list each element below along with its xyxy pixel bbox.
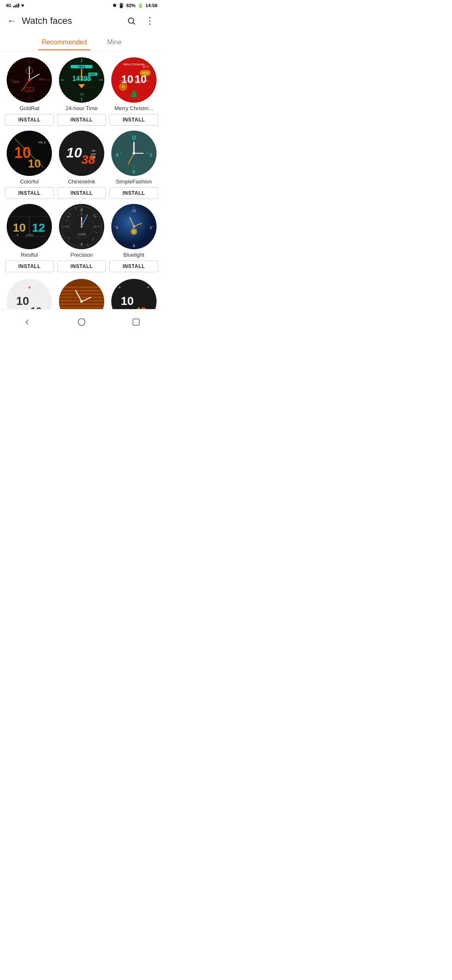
watch-face-christmas[interactable]: Merry Christmas 10 10 MON 10 75 🌲 32°C bbox=[111, 57, 157, 103]
svg-point-143 bbox=[78, 319, 85, 326]
back-nav-button[interactable] bbox=[19, 314, 36, 330]
svg-text:3: 3 bbox=[149, 153, 152, 157]
status-left: 4G ♥ bbox=[6, 3, 24, 8]
page-title: Watch faces bbox=[22, 15, 124, 26]
bottom-nav bbox=[0, 309, 163, 336]
svg-point-138 bbox=[147, 286, 149, 288]
install-button-24hour[interactable]: INSTALL bbox=[57, 114, 106, 126]
watch-item-simplefashion: 12 3 6 9 SimpleFashion bbox=[109, 131, 158, 199]
svg-text:75: 75 bbox=[80, 93, 84, 96]
install-button-bluelight[interactable]: INSTALL bbox=[109, 260, 158, 272]
status-right: ✱ 📳 82% 🔋 14:58 bbox=[113, 3, 157, 8]
svg-point-135 bbox=[80, 300, 83, 303]
svg-text:AM: AM bbox=[91, 150, 95, 152]
watch-item-restful: 10 12 14398 ♥ Restful INSTALL bbox=[5, 204, 54, 272]
watch-name-simplefashion: SimpleFashion bbox=[116, 178, 152, 185]
install-button-chineseink[interactable]: INSTALL bbox=[57, 187, 106, 199]
svg-text:32°C: 32°C bbox=[142, 65, 149, 68]
svg-text:10: 10 bbox=[28, 157, 41, 170]
watch-item-24hour: FRI 6 14398 85% 75 24-hour Time INSTALL bbox=[57, 57, 106, 126]
watch-name-24hour: 24-hour Time bbox=[66, 105, 98, 111]
svg-text:20: 20 bbox=[94, 215, 97, 218]
watch-face-colorful[interactable]: 10 10 FRI 6 bbox=[7, 131, 52, 176]
svg-text:12: 12 bbox=[131, 135, 136, 140]
svg-text:FRI: FRI bbox=[91, 156, 95, 159]
watch-face-24hour[interactable]: FRI 6 14398 85% 75 bbox=[59, 57, 104, 103]
header: ← Watch faces ⋮ bbox=[0, 10, 163, 32]
svg-text:28: 28 bbox=[139, 224, 142, 227]
watch-item-chineseink: 10 38 AM 6/18 FRI ChineseInk INSTALL bbox=[57, 131, 106, 199]
svg-text:♥: ♥ bbox=[17, 233, 19, 237]
watch-item-christmas: Merry Christmas 10 10 MON 10 75 🌲 32°C bbox=[109, 57, 158, 126]
watch-face-simplefashion[interactable]: 12 3 6 9 bbox=[111, 131, 157, 176]
svg-point-0 bbox=[128, 18, 134, 23]
svg-text:6: 6 bbox=[133, 170, 135, 174]
watch-face-chineseink[interactable]: 10 38 AM 6/18 FRI bbox=[59, 131, 104, 176]
svg-point-113 bbox=[132, 230, 136, 234]
svg-text:85%: 85% bbox=[90, 73, 96, 75]
watch-item-precision: 55 0 5 15 30 45 10 20 14398 Precision bbox=[57, 204, 106, 272]
back-button[interactable]: ← bbox=[4, 13, 19, 28]
watch-name-restful: Restful bbox=[21, 252, 38, 258]
svg-text:FRI 6: FRI 6 bbox=[39, 141, 46, 144]
status-bar: 4G ♥ ✱ 📳 82% 🔋 14:58 bbox=[0, 0, 163, 10]
watch-face-precision[interactable]: 55 0 5 15 30 45 10 20 14398 bbox=[59, 204, 104, 249]
signal-bars bbox=[13, 3, 19, 8]
recent-nav-button[interactable] bbox=[128, 314, 144, 330]
svg-text:25: 25 bbox=[28, 88, 31, 91]
svg-text:14398: 14398 bbox=[77, 233, 86, 236]
tab-recommended[interactable]: Recommended bbox=[38, 35, 90, 50]
clock: 14:58 bbox=[146, 3, 157, 8]
watch-item-bottom1: 10 10 ❀ bbox=[5, 279, 54, 309]
install-button-christmas[interactable]: INSTALL bbox=[109, 114, 158, 126]
svg-line-1 bbox=[133, 23, 135, 24]
bluetooth-icon: ✱ bbox=[113, 3, 116, 8]
heart-icon: ♥ bbox=[21, 3, 24, 8]
svg-text:14398: 14398 bbox=[26, 234, 34, 237]
svg-point-102 bbox=[81, 226, 82, 227]
install-button-simplefashion[interactable]: INSTALL bbox=[109, 187, 158, 199]
svg-text:30: 30 bbox=[80, 243, 83, 245]
watch-item-bottom2 bbox=[57, 279, 106, 309]
install-button-restful[interactable]: INSTALL bbox=[5, 260, 54, 272]
svg-text:10: 10 bbox=[121, 294, 134, 307]
watch-face-restful[interactable]: 10 12 14398 ♥ bbox=[7, 204, 52, 249]
svg-text:❀: ❀ bbox=[28, 286, 31, 289]
watch-face-bluelight[interactable]: 12 3 6 9 28 bbox=[111, 204, 157, 249]
svg-text:10: 10 bbox=[31, 305, 42, 309]
partial-row: 10 10 ❀ bbox=[0, 279, 163, 309]
install-button-precision[interactable]: INSTALL bbox=[57, 260, 106, 272]
svg-text:15: 15 bbox=[94, 225, 97, 228]
install-button-colorful[interactable]: INSTALL bbox=[5, 187, 54, 199]
search-button[interactable] bbox=[124, 13, 139, 28]
tab-mine[interactable]: Mine bbox=[104, 35, 125, 50]
svg-text:75: 75 bbox=[121, 85, 125, 88]
svg-point-65 bbox=[133, 152, 135, 155]
watch-name-chineseink: ChineseInk bbox=[68, 178, 95, 185]
svg-text:42: 42 bbox=[135, 305, 146, 309]
watch-name-christmas: Merry Christm... bbox=[114, 105, 153, 111]
svg-text:6: 6 bbox=[133, 244, 135, 248]
watch-item-goldrat: 7645 80% 25 GoldRat INSTALL bbox=[5, 57, 54, 126]
svg-text:Merry Christmas: Merry Christmas bbox=[123, 63, 145, 66]
svg-text:12: 12 bbox=[32, 221, 45, 234]
watch-name-precision: Precision bbox=[70, 252, 92, 258]
svg-point-10 bbox=[28, 79, 31, 81]
svg-rect-144 bbox=[133, 319, 139, 325]
network-indicator: 4G bbox=[6, 3, 11, 8]
svg-text:10: 10 bbox=[16, 294, 29, 307]
more-button[interactable]: ⋮ bbox=[142, 13, 157, 28]
svg-text:3: 3 bbox=[149, 226, 152, 230]
svg-point-136 bbox=[111, 279, 157, 309]
watch-item-bluelight: 12 3 6 9 28 Bluelight INSTALL bbox=[109, 204, 158, 272]
svg-text:10: 10 bbox=[67, 215, 70, 218]
header-icons: ⋮ bbox=[124, 13, 157, 28]
watch-name-bluelight: Bluelight bbox=[123, 252, 144, 258]
home-nav-button[interactable] bbox=[73, 314, 90, 330]
install-button-goldrat[interactable]: INSTALL bbox=[5, 114, 54, 126]
watch-face-goldrat[interactable]: 7645 80% 25 bbox=[7, 57, 52, 103]
svg-text:12: 12 bbox=[132, 209, 136, 213]
svg-text:FRI 6: FRI 6 bbox=[78, 65, 85, 68]
svg-text:7645: 7645 bbox=[12, 80, 20, 84]
watch-name-colorful: Colorful bbox=[20, 178, 39, 185]
